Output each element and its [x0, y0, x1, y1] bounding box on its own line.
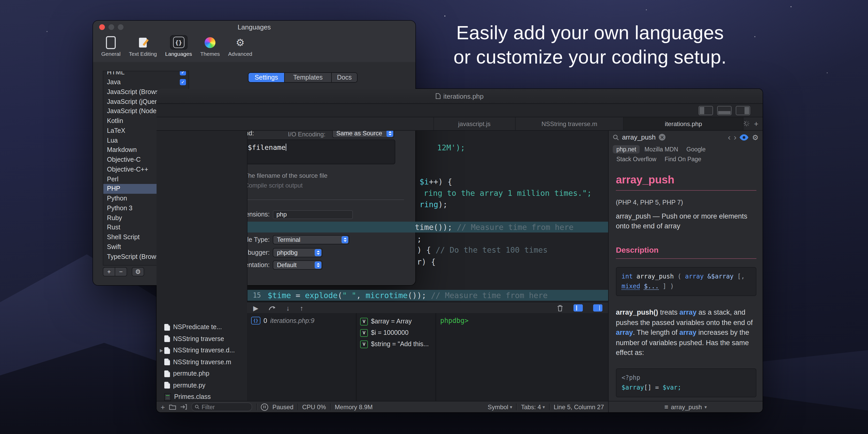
file-name: NSString traverse.m — [173, 359, 231, 366]
variable-text: $i = 1000000 — [371, 329, 408, 336]
minimize-button[interactable] — [108, 24, 114, 30]
document-icon — [164, 324, 170, 331]
editor-tab[interactable]: NSString traverse.m — [516, 117, 624, 130]
add-language-button[interactable]: + — [103, 267, 115, 276]
variable-row[interactable]: V$string = "Add this... — [360, 338, 438, 350]
general-icon — [103, 35, 119, 50]
language-name: Ruby — [107, 214, 122, 221]
step-into-button[interactable]: ↓ — [286, 305, 289, 311]
debug-console-prompt[interactable]: phpdbg> — [440, 317, 469, 324]
language-name: LaTeX — [107, 127, 125, 134]
split-view-left-button[interactable] — [574, 304, 583, 312]
show-sidebar-button[interactable] — [699, 106, 713, 115]
cpu-label: CPU 0% — [302, 403, 326, 410]
docs-source-tab[interactable]: Find On Page — [661, 155, 705, 163]
back-icon[interactable]: ‹ — [728, 133, 731, 141]
continue-button[interactable]: ▶ — [253, 305, 258, 311]
caret-position-label: Line 5, Column 27 — [554, 403, 604, 410]
code-line: $i++) { — [420, 177, 452, 187]
braces-icon: {} — [251, 317, 260, 324]
reveal-in-finder-icon[interactable] — [180, 404, 187, 410]
zoom-button[interactable] — [118, 24, 123, 30]
star — [46, 31, 48, 32]
step-over-button[interactable] — [269, 305, 276, 311]
language-row[interactable]: HTML✓ — [103, 71, 189, 78]
prefs-toolbar-label: Advanced — [228, 51, 252, 57]
language-checkbox[interactable]: ✓ — [180, 71, 186, 76]
docs-source-tab[interactable]: Google — [683, 145, 709, 153]
docs-source-tabs: php.netMozilla MDNGoogleStack OverflowFi… — [609, 144, 746, 164]
eye-icon[interactable] — [740, 134, 749, 140]
remove-language-button[interactable]: − — [115, 267, 127, 276]
show-docs-button[interactable] — [736, 106, 750, 115]
prefs-toolbar-themes[interactable]: Themes — [197, 35, 223, 57]
close-button[interactable] — [99, 24, 105, 30]
list-icon: ≡ — [664, 403, 668, 411]
file-row[interactable]: NSPredicate te... — [157, 321, 247, 333]
documentation-panel: array_push ✕ ‹ › ⚙ php.netMozilla MDNGoo… — [608, 130, 763, 401]
code-line: time()); // Measure time from here — [415, 222, 574, 232]
variable-badge-icon: V — [360, 340, 368, 348]
prefs-toolbar-general[interactable]: General — [98, 35, 124, 57]
language-row[interactable]: Java✓ — [103, 78, 189, 87]
prefs-toolbar-text-editing[interactable]: Text Editing — [126, 35, 160, 57]
prefs-toolbar-advanced[interactable]: ⚙Advanced — [225, 35, 255, 57]
variable-row[interactable]: V$i = 1000000 — [360, 327, 438, 338]
prefs-tab-settings[interactable]: Settings — [249, 73, 285, 82]
language-name: Objective-C — [107, 156, 141, 163]
language-name: Lua — [107, 137, 118, 144]
docs-footer-popup[interactable]: ≡ array_push ▾ — [608, 401, 763, 412]
file-row[interactable]: ▶NSString traverse.d... — [157, 345, 247, 356]
symbol-popup[interactable]: Symbol ▾ — [488, 403, 512, 410]
clear-search-icon[interactable]: ✕ — [659, 134, 665, 141]
search-icon — [613, 134, 619, 140]
docs-settings-gear-icon[interactable]: ⚙ — [752, 133, 758, 141]
disclosure-triangle-icon[interactable]: ▶ — [159, 348, 164, 353]
editor-titlebar[interactable]: iterations.php — [157, 89, 763, 104]
prefs-toolbar-label: Themes — [200, 51, 220, 57]
prefs-tab-templates[interactable]: Templates — [285, 73, 332, 82]
code-line: $time = explode(" ", microtime()); // Me… — [268, 290, 548, 301]
show-console-button[interactable] — [717, 106, 732, 115]
doc-link[interactable]: array — [616, 329, 633, 336]
language-actions-gear-button[interactable]: ⚙ — [132, 267, 144, 276]
prefs-titlebar[interactable]: Languages — [93, 21, 415, 34]
editor-tab[interactable]: javascript.js — [434, 117, 516, 130]
docs-source-tab[interactable]: Stack Overflow — [613, 155, 660, 163]
docs-search-bar: array_push ✕ ‹ › ⚙ — [609, 130, 763, 144]
file-row[interactable]: NSString traverse.m — [157, 356, 247, 368]
trash-icon[interactable] — [557, 305, 563, 311]
docs-search-input[interactable]: array_push — [622, 133, 656, 141]
split-view-right-button[interactable] — [593, 304, 602, 312]
prefs-toolbar-languages[interactable]: {}Languages — [162, 35, 195, 57]
stack-frame-row[interactable]: {} 0 iterations.php:9 — [251, 317, 314, 324]
prefs-tab-docs[interactable]: Docs — [332, 73, 357, 82]
tab-bar-right: + — [743, 117, 763, 130]
new-tab-button[interactable]: + — [754, 119, 758, 128]
panel-divider[interactable] — [356, 313, 356, 401]
docs-source-tab[interactable]: php.net — [613, 145, 640, 153]
add-file-button[interactable]: + — [161, 403, 165, 411]
step-out-button[interactable]: ↑ — [300, 305, 303, 311]
editor-tab[interactable]: iterations.php — [624, 117, 744, 130]
doc-link[interactable]: array — [679, 308, 696, 316]
folder-icon[interactable] — [169, 404, 176, 410]
file-row[interactable]: permute.php — [157, 368, 247, 379]
filter-field[interactable]: Filter — [191, 402, 252, 411]
prefs-tab-control: SettingsTemplatesDocs — [248, 72, 358, 83]
file-name: NSString traverse.d... — [173, 347, 235, 354]
variable-row[interactable]: V$array = Array — [360, 316, 438, 327]
language-checkbox[interactable]: ✓ — [180, 79, 186, 85]
file-row[interactable]: Primes.class — [157, 391, 247, 401]
tabs-popup[interactable]: Tabs: 4 ▾ — [521, 403, 545, 410]
document-icon — [164, 336, 170, 342]
docs-source-tab[interactable]: Mozilla MDN — [641, 145, 682, 153]
file-row[interactable]: NSString traverse — [157, 333, 247, 345]
file-name: permute.php — [173, 370, 209, 377]
variable-text: $string = "Add this... — [371, 340, 429, 348]
file-row[interactable]: permute.py — [157, 379, 247, 391]
status-bar-main: + Filter Paused CPU 0% Memory 8.9M — [157, 401, 608, 412]
forward-icon[interactable]: › — [734, 133, 737, 141]
doc-link[interactable]: array — [679, 329, 696, 336]
language-name: Swift — [107, 243, 121, 251]
